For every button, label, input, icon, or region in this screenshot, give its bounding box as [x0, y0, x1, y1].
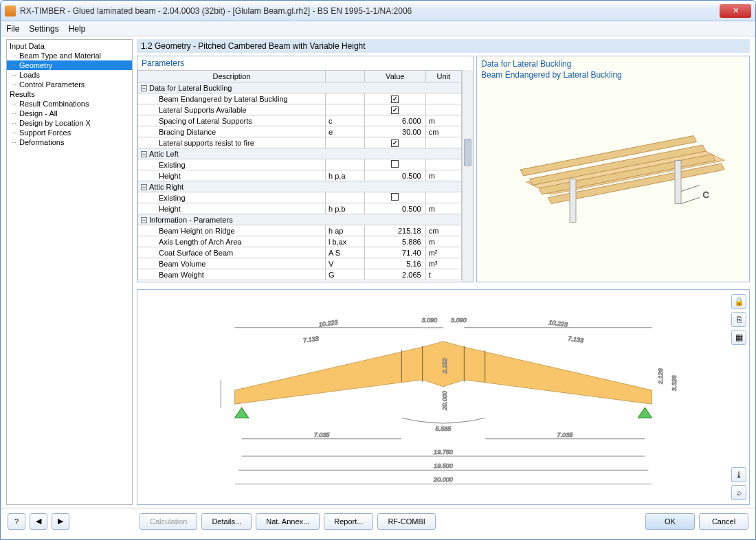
- svg-text:20.000: 20.000: [441, 391, 448, 411]
- svg-text:2.126: 2.126: [657, 368, 664, 385]
- page-icon[interactable]: ▦: [731, 330, 746, 345]
- svg-text:19.500: 19.500: [434, 462, 453, 469]
- menu-settings[interactable]: Settings: [29, 24, 58, 34]
- rfcombi-button[interactable]: RF-COMBI: [377, 513, 435, 530]
- svg-text:7.133: 7.133: [568, 335, 584, 344]
- row-existing-l[interactable]: Existing: [138, 159, 326, 170]
- info-illustration: C: [477, 77, 749, 262]
- val-arch[interactable]: 5.886: [364, 236, 425, 247]
- svg-marker-14: [638, 407, 652, 418]
- checkbox-existing-l[interactable]: [391, 160, 399, 168]
- footer: ? ◀ ▶ Calculation Details... Nat. Annex.…: [1, 508, 755, 534]
- tree-result-comb[interactable]: Result Combinations: [7, 99, 132, 109]
- parameters-panel: Parameters Description Value Unit −Data …: [137, 56, 474, 282]
- row-existing-r[interactable]: Existing: [138, 192, 326, 203]
- download-icon[interactable]: ⤓: [731, 467, 746, 482]
- row-endangered[interactable]: Beam Endangered by Lateral Buckling: [138, 93, 326, 104]
- menu-file[interactable]: File: [6, 24, 19, 34]
- val-coat[interactable]: 71.40: [364, 247, 425, 258]
- row-height-l[interactable]: Height: [138, 170, 326, 181]
- cancel-button[interactable]: Cancel: [699, 513, 748, 530]
- row-arch[interactable]: Axis Length of Arch Area: [138, 236, 326, 247]
- parameters-grid: Description Value Unit −Data for Lateral…: [137, 70, 462, 280]
- menubar: File Settings Help: [1, 21, 755, 36]
- val-height-l[interactable]: 0.500: [364, 170, 425, 181]
- row-vol[interactable]: Beam Volume: [138, 258, 326, 269]
- tree-loads[interactable]: Loads: [7, 70, 132, 80]
- tree-beam-type[interactable]: Beam Type and Material: [7, 51, 132, 60]
- svg-text:7.035: 7.035: [557, 431, 574, 438]
- lock-icon[interactable]: 🔒: [731, 294, 746, 309]
- val-spacing[interactable]: 6.000: [364, 115, 425, 126]
- svg-text:2.152: 2.152: [441, 358, 448, 374]
- prev-button[interactable]: ◀: [30, 513, 47, 530]
- beam-diagram[interactable]: 10.223 3.090 3.090 10.223 7.133 7.133 2.…: [137, 289, 750, 505]
- val-ridge[interactable]: 215.18: [364, 225, 425, 236]
- group-lateral[interactable]: −Data for Lateral Buckling: [138, 82, 462, 93]
- svg-text:C: C: [703, 190, 709, 200]
- beam-svg: 10.223 3.090 3.090 10.223 7.133 7.133 2.…: [137, 290, 749, 504]
- collapse-icon[interactable]: −: [141, 217, 147, 223]
- section-header: 1.2 Geometry - Pitched Cambered Beam wit…: [137, 39, 750, 53]
- col-symbol: [326, 71, 365, 82]
- tree-design-loc[interactable]: Design by Location X: [7, 118, 132, 128]
- checkbox-existing-r[interactable]: [391, 193, 399, 201]
- group-attic-right[interactable]: −Attic Right: [138, 181, 462, 192]
- info-line1: Data for Lateral Buckling: [481, 59, 745, 70]
- row-weight[interactable]: Beam Weight: [138, 269, 326, 280]
- titlebar: RX-TIMBER - Glued laminated beam - 2.04.…: [1, 1, 755, 21]
- group-info[interactable]: −Information - Parameters: [138, 214, 462, 225]
- group-attic-left[interactable]: −Attic Left: [138, 148, 462, 159]
- row-coat[interactable]: Coat Surface of Beam: [138, 247, 326, 258]
- tree-deform[interactable]: Deformations: [7, 137, 132, 147]
- collapse-icon[interactable]: −: [141, 151, 147, 157]
- svg-text:10.223: 10.223: [318, 319, 338, 328]
- checkbox-supports[interactable]: ✓: [391, 106, 399, 114]
- ok-button[interactable]: OK: [645, 513, 695, 530]
- checkbox-endangered[interactable]: ✓: [391, 95, 399, 103]
- svg-text:10.223: 10.223: [548, 319, 568, 328]
- checkbox-fire[interactable]: ✓: [391, 139, 399, 147]
- tree-support[interactable]: Support Forces: [7, 128, 132, 137]
- val-height-r[interactable]: 0.500: [364, 203, 425, 214]
- tree-design-all[interactable]: Design - All: [7, 109, 132, 118]
- val-weight[interactable]: 2.065: [364, 269, 425, 280]
- svg-text:3.090: 3.090: [451, 317, 467, 324]
- close-button[interactable]: ✕: [720, 4, 751, 18]
- svg-text:3.090: 3.090: [421, 317, 437, 324]
- svg-marker-13: [235, 407, 249, 418]
- grid-scrollbar[interactable]: [462, 70, 473, 282]
- row-bracing[interactable]: Bracing Distance: [138, 126, 326, 137]
- val-bracing[interactable]: 30.00: [364, 126, 425, 137]
- svg-text:20.000: 20.000: [433, 476, 453, 483]
- copy-icon[interactable]: ⎘: [731, 312, 746, 327]
- help-button[interactable]: ?: [8, 513, 25, 530]
- tree-geometry[interactable]: Geometry: [7, 60, 132, 70]
- next-button[interactable]: ▶: [52, 513, 69, 530]
- row-resist-fire[interactable]: Lateral supports resist to fire: [138, 137, 326, 148]
- svg-text:7.133: 7.133: [302, 335, 319, 344]
- details-button[interactable]: Details...: [201, 513, 252, 530]
- col-value: Value: [364, 71, 425, 82]
- nav-tree: Input Data Beam Type and Material Geomet…: [6, 39, 133, 505]
- row-spacing[interactable]: Spacing of Lateral Supports: [138, 115, 326, 126]
- tree-input[interactable]: Input Data: [7, 41, 132, 51]
- val-vol[interactable]: 5.16: [364, 258, 425, 269]
- calculation-button[interactable]: Calculation: [140, 513, 197, 530]
- svg-rect-6: [675, 161, 681, 204]
- menu-help[interactable]: Help: [69, 24, 86, 34]
- zoom-icon[interactable]: ⌕: [731, 485, 746, 500]
- row-height-r[interactable]: Height: [138, 203, 326, 214]
- tree-control[interactable]: Control Parameters: [7, 80, 132, 89]
- row-supports-avail[interactable]: Lateral Supports Available: [138, 104, 326, 115]
- col-description: Description: [138, 71, 326, 82]
- svg-text:19.750: 19.750: [434, 449, 453, 455]
- collapse-icon[interactable]: −: [141, 184, 147, 190]
- row-ridge[interactable]: Beam Height on Ridge: [138, 225, 326, 236]
- nat-annex-button[interactable]: Nat. Annex...: [256, 513, 320, 530]
- info-panel: Data for Lateral Buckling Beam Endangere…: [476, 56, 750, 282]
- report-button[interactable]: Report...: [324, 513, 373, 530]
- tree-results[interactable]: Results: [7, 89, 132, 99]
- collapse-icon[interactable]: −: [141, 85, 147, 91]
- app-icon: [5, 5, 16, 16]
